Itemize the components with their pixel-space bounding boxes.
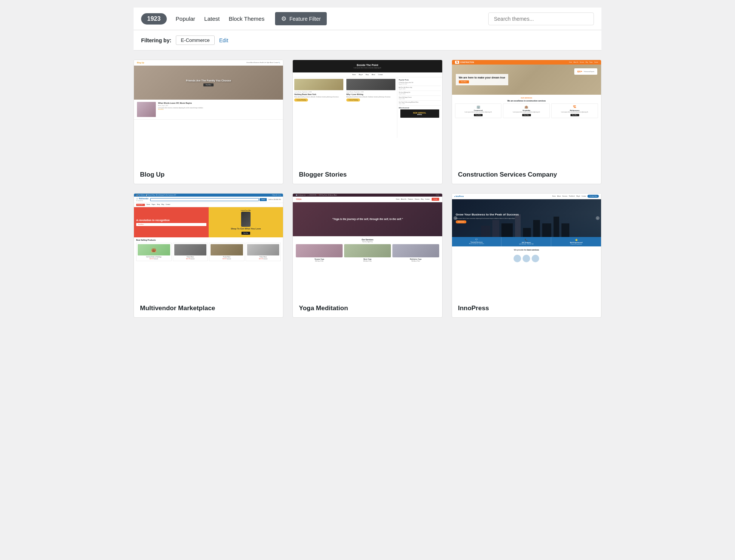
theme-name-blog-up: Blog Up [134, 166, 283, 184]
blogger-ad: NEW ARRIVAL ARRIVAL [400, 109, 439, 118]
mv-product-price-3: $22.00 $44.00 [247, 258, 280, 260]
yoga-topbar: 📧 info@yoga.com 📞 +1 234 567 890 📍 1819 … [293, 194, 442, 197]
blogup-hero-text: Friends Are The Family You Choose [186, 79, 231, 82]
blogger-sidebar-item-2: And Then We Went to ItalyJuly 18, 2022 [399, 87, 441, 91]
theme-name-innopress: InnoPress [452, 299, 601, 317]
blogup-article-meta: Music | July 5, 2022 [158, 105, 280, 106]
theme-card-blog-up[interactable]: Blog Up Home About Business Health Life … [134, 60, 283, 184]
yoga-nav-links: HomeAbout UsFeaturesClassesBlogContact [396, 198, 429, 200]
inno-hero-arrows: ‹ › [452, 218, 601, 222]
blogup-nav-links: Home About Business Health Life Style Mu… [246, 62, 280, 63]
theme-card-yoga[interactable]: 📧 info@yoga.com 📞 +1 234 567 890 📍 1819 … [292, 193, 442, 318]
inno-footer-text-2: best services [527, 249, 539, 251]
filter-bar: Filtering by: E-Commerce Edit [134, 30, 601, 51]
yoga-nav: YOGA HomeAbout UsFeaturesClassesBlogCont… [293, 197, 442, 202]
inno-circle-3 [532, 255, 539, 262]
construction-hero-overlay: We are here to make your dream true Know… [456, 74, 508, 85]
blogger-sidebar-item-3: The Joy of Missing OutJuly 15, 2022 [399, 92, 441, 96]
inno-stat-icon-3: ⭐ [554, 238, 599, 241]
mv-header-contact: Call Us: 123-456-790 [268, 199, 281, 200]
blogger-col1-text: Etiam placerat with you drones sollicitu… [294, 96, 343, 98]
mv-product-2: Product Name $22.00 $44.00 [209, 243, 244, 261]
construction-card-3: 🏗 Multipurpose Lorem ipsum dolor sit ame… [551, 103, 598, 118]
feature-filter-button[interactable]: ⚙ Feature Filter [275, 12, 327, 25]
construction-card-text-3: Lorem ipsum dolor sit amet consectetur a… [553, 112, 596, 113]
theme-preview-blog-up: Blog Up Home About Business Health Life … [134, 60, 283, 166]
yoga-card-title-3: Meditation Yoga [392, 258, 439, 260]
blogup-article-img [137, 102, 156, 117]
blogger-sidebar-title: Popular Posts [399, 79, 441, 81]
mv-nav: Deal Of T... HomePagesShopBlogContact [134, 203, 283, 207]
blogup-read-more: Read More [158, 109, 280, 110]
yoga-topbar-contact: 📧 info@yoga.com 📞 +1 234 567 890 📍 1819 … [296, 194, 337, 196]
tab-latest[interactable]: Latest [204, 14, 220, 23]
construction-card-text-1: Lorem ipsum dolor sit amet consectetur a… [457, 112, 500, 113]
inno-hero: Grow Your Business to the Peak of Succes… [452, 199, 601, 237]
mv-topbar-right: Follow Us: f t in p [272, 194, 281, 196]
search-input[interactable] [488, 12, 594, 25]
blogger-col1-img [294, 79, 343, 90]
tab-block-themes[interactable]: Block Themes [229, 14, 264, 23]
construction-services-title: OUR SERVICES [455, 97, 598, 99]
inno-circles [452, 253, 601, 264]
inno-arrow-left: ‹ [454, 216, 457, 220]
yoga-services-sub: Find Your Right Flow [296, 241, 439, 243]
yoga-hero-text: "Yoga is the journey of the self, throug… [324, 217, 410, 221]
yoga-card-1: Vinyasa Yoga With Anne Polter [296, 244, 343, 262]
mv-products-grid: 👜 Get Great Deals on Handbags $22.00 $44… [134, 242, 283, 262]
theme-card-construction[interactable]: 🏗 CONSTRUCTION HomeAbout UsServicesBlogP… [452, 60, 601, 184]
theme-card-multivendor[interactable]: 🚚 Free Delivery 📋 Returns Policy We're D… [134, 193, 283, 318]
yoga-card-title-1: Vinyasa Yoga [296, 258, 343, 260]
theme-card-innopress[interactable]: ● InnoPress HomeAboutServicesPortfolio ▾… [452, 193, 601, 318]
filter-tag: E-Commerce [176, 35, 215, 45]
yoga-cards: Vinyasa Yoga With Anne Polter Basic Yoga… [296, 244, 439, 262]
mv-logo: 🛒 MultivendorE-commerce [136, 198, 149, 202]
yoga-card-img-2 [344, 244, 391, 257]
mv-product-price-2: $22.00 $44.00 [211, 258, 243, 260]
filter-label: Filtering by: [141, 37, 171, 43]
construction-hero-btn: Know More [459, 80, 469, 83]
construction-card-1: 🏢 Commercial Lorem ipsum dolor sit amet … [455, 103, 502, 118]
blogger-ad-sub: ARRIVAL [402, 114, 438, 115]
blogup-article-title: When Words Leave Off, Music Begins [158, 102, 280, 104]
filter-edit-link[interactable]: Edit [219, 37, 228, 43]
blogger-ad-label: Advertisement [399, 107, 441, 109]
inno-stat-1: 🛡 Trusted Services We are trusted our cu… [452, 237, 502, 246]
construction-experts-badge: 64+ Professional Experts [574, 68, 597, 75]
construction-topbar: 🏗 CONSTRUCTION HomeAbout UsServicesBlogP… [452, 60, 601, 65]
mv-product-1: Product Name $22.00 $44.00 [173, 243, 208, 261]
yoga-services-title: Our Services [296, 238, 439, 241]
blogger-col-1: Lauren Brown, September 1, 2022 Nothing … [293, 77, 345, 138]
inno-stat-icon-2: 📞 [504, 238, 549, 241]
mv-products-title: Best Selling Products [134, 237, 283, 242]
mv-hero: A revolution in recognition Read More Li… [134, 207, 283, 237]
mv-hero-right-title: Shop To Get What You Love [231, 228, 261, 230]
construction-logo-text: CONSTRUCTION [460, 62, 474, 63]
yoga-card-2: Basic Yoga With Anne Polter [344, 244, 391, 262]
theme-card-blogger-stories[interactable]: Beside The Point Lorem ipsum dolor sit a… [292, 60, 442, 184]
theme-count-badge: 1923 [141, 13, 167, 25]
tab-popular[interactable]: Popular [176, 14, 195, 23]
theme-preview-blogger-stories: Beside The Point Lorem ipsum dolor sit a… [293, 60, 442, 166]
mv-handbag-price: $22.00 $44.00 [138, 258, 170, 260]
construction-card-text-2: Lorem ipsum dolor sit amet consectetur a… [505, 112, 548, 113]
construction-card-btn-1: Read More [474, 114, 483, 116]
mv-product-3: Product Name $22.00 $44.00 [246, 243, 281, 261]
inno-stat-icon-1: 🛡 [454, 238, 499, 241]
construction-services-sub: We are excellence in construction servic… [455, 100, 598, 102]
blogger-col1-btn: Continue Reading [294, 98, 308, 102]
blogger-col1-meta: Lauren Brown, September 1, 2022 [294, 91, 343, 93]
inno-stat-text-3: 25 years of experience [554, 243, 599, 245]
yoga-topbar-social: f in t p [436, 194, 439, 196]
header-bar: 1923 Popular Latest Block Themes ⚙ Featu… [134, 8, 601, 30]
blogger-nav: HomeBlog ▾ShopAboutContact [293, 72, 442, 77]
theme-preview-yoga: 📧 info@yoga.com 📞 +1 234 567 890 📍 1819 … [293, 194, 442, 299]
inno-nav: ● InnoPress HomeAboutServicesPortfolio ▾… [452, 194, 601, 199]
mv-handbag-img: 👜 [138, 244, 170, 255]
blogger-col-2: Lauren Brown, September 1, 2022 Why I Lo… [345, 77, 397, 138]
mv-search: Search [150, 198, 267, 201]
theme-preview-construction: 🏗 CONSTRUCTION HomeAbout UsServicesBlogP… [452, 60, 601, 166]
mv-product-name-3: Product Name [247, 256, 280, 258]
inno-stat-text-2: (14) 534-0231 - 123-067 900 [504, 243, 549, 245]
mv-product-name-2: Product Name [211, 256, 243, 258]
